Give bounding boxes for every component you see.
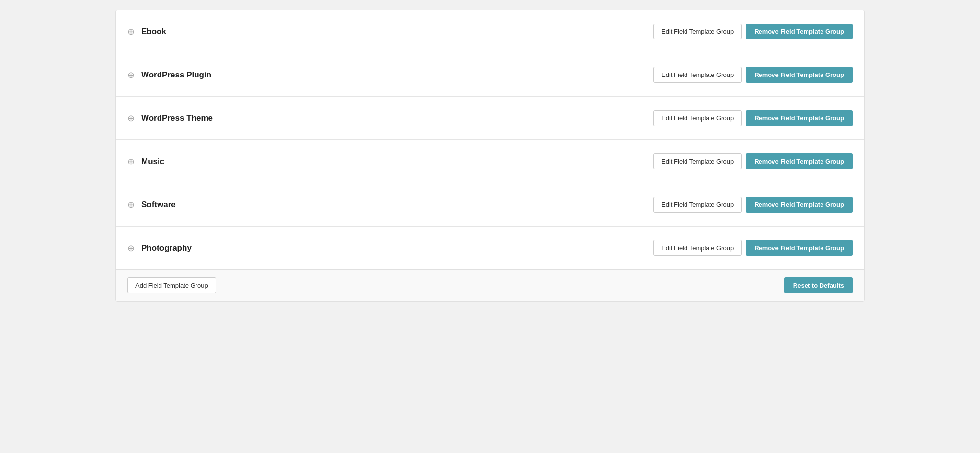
drag-handle-icon[interactable]: ⊕: [127, 156, 135, 167]
group-name: Photography: [141, 243, 653, 253]
drag-handle-icon[interactable]: ⊕: [127, 113, 135, 124]
group-row: ⊕ Software Edit Field Template Group Rem…: [116, 183, 864, 226]
edit-field-template-group-button[interactable]: Edit Field Template Group: [653, 67, 742, 83]
group-name: WordPress Theme: [141, 113, 653, 123]
group-name: Software: [141, 200, 653, 210]
group-row: ⊕ WordPress Plugin Edit Field Template G…: [116, 53, 864, 97]
remove-field-template-group-button[interactable]: Remove Field Template Group: [746, 67, 853, 83]
drag-handle-icon[interactable]: ⊕: [127, 243, 135, 253]
remove-field-template-group-button[interactable]: Remove Field Template Group: [746, 110, 853, 126]
remove-field-template-group-button[interactable]: Remove Field Template Group: [746, 240, 853, 256]
group-name: WordPress Plugin: [141, 70, 653, 80]
edit-field-template-group-button[interactable]: Edit Field Template Group: [653, 240, 742, 256]
field-template-groups-container: ⊕ Ebook Edit Field Template Group Remove…: [115, 10, 865, 302]
edit-field-template-group-button[interactable]: Edit Field Template Group: [653, 153, 742, 169]
edit-field-template-group-button[interactable]: Edit Field Template Group: [653, 110, 742, 126]
edit-field-template-group-button[interactable]: Edit Field Template Group: [653, 197, 742, 213]
reset-to-defaults-button[interactable]: Reset to Defaults: [784, 277, 853, 293]
remove-field-template-group-button[interactable]: Remove Field Template Group: [746, 153, 853, 169]
groups-list: ⊕ Ebook Edit Field Template Group Remove…: [116, 10, 864, 269]
drag-handle-icon[interactable]: ⊕: [127, 70, 135, 80]
group-row: ⊕ Music Edit Field Template Group Remove…: [116, 140, 864, 183]
remove-field-template-group-button[interactable]: Remove Field Template Group: [746, 24, 853, 39]
drag-handle-icon[interactable]: ⊕: [127, 26, 135, 37]
add-field-template-group-button[interactable]: Add Field Template Group: [127, 277, 216, 293]
group-row: ⊕ WordPress Theme Edit Field Template Gr…: [116, 97, 864, 140]
drag-handle-icon[interactable]: ⊕: [127, 200, 135, 210]
group-name: Ebook: [141, 27, 653, 37]
group-name: Music: [141, 157, 653, 166]
edit-field-template-group-button[interactable]: Edit Field Template Group: [653, 24, 742, 39]
group-row: ⊕ Ebook Edit Field Template Group Remove…: [116, 10, 864, 53]
group-row: ⊕ Photography Edit Field Template Group …: [116, 226, 864, 269]
footer: Add Field Template Group Reset to Defaul…: [116, 269, 864, 301]
remove-field-template-group-button[interactable]: Remove Field Template Group: [746, 197, 853, 213]
